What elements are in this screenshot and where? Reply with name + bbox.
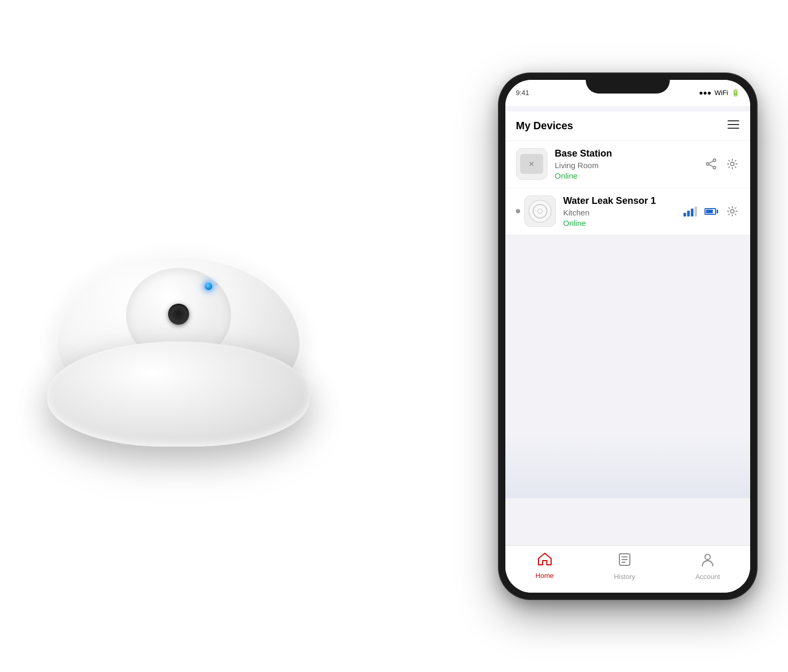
water-sensor-device-icon [528, 200, 552, 223]
content-fade [505, 435, 750, 498]
nav-item-home[interactable]: Home [535, 552, 554, 580]
battery-fill [706, 210, 713, 213]
history-icon [617, 552, 632, 571]
signal-bar-2 [687, 211, 690, 216]
hamburger-icon [727, 120, 740, 129]
gear-icon-water [727, 205, 738, 217]
nav-item-history[interactable]: History [614, 552, 635, 581]
signal-bar-4 [694, 206, 697, 216]
water-sensor-left [516, 195, 556, 227]
svg-point-0 [713, 159, 716, 162]
status-icons: ●●● WiFi 🔋 [699, 89, 740, 97]
sensor-center-hole [168, 304, 189, 325]
scene: X-SENSE 9:41 ●●● WiFi 🔋 [0, 0, 788, 672]
device-item-base-station[interactable]: Base Station Living Room Online [505, 141, 750, 188]
water-sensor-thumbnail [524, 195, 556, 227]
water-sensor-status: Online [563, 219, 676, 228]
home-icon [537, 552, 552, 570]
my-devices-title: My Devices [516, 120, 573, 132]
svg-point-4 [731, 210, 734, 213]
base-station-status: Online [555, 171, 697, 180]
sensor-body: X-SENSE [42, 226, 315, 447]
base-station-name: Base Station [555, 148, 697, 159]
account-label: Account [696, 573, 720, 581]
battery-icon [704, 204, 719, 219]
water-sensor-name: Water Leak Sensor 1 [563, 195, 676, 206]
settings-button-base[interactable] [725, 157, 740, 171]
history-icon-svg [617, 552, 632, 567]
history-label: History [614, 573, 635, 581]
home-label: Home [535, 572, 554, 580]
menu-icon[interactable] [727, 120, 740, 132]
signal-icon: ●●● [699, 89, 711, 97]
bottom-navigation: Home History [505, 545, 750, 593]
base-station-device-icon [520, 154, 543, 174]
devices-section: My Devices [505, 111, 750, 235]
sensor-led-secondary [214, 283, 217, 286]
water-sensor-inner-ring [533, 204, 547, 219]
sensor-base [47, 342, 310, 447]
wifi-icon: WiFi [714, 89, 728, 97]
phone-notch [586, 74, 670, 94]
svg-point-2 [713, 167, 716, 169]
battery-tip [717, 210, 718, 213]
share-button-base[interactable] [704, 157, 719, 171]
app-content-area: My Devices [505, 106, 750, 545]
water-sensor-center [537, 209, 543, 214]
svg-point-1 [707, 163, 709, 166]
base-station-thumbnail [516, 148, 547, 180]
physical-device: X-SENSE [16, 100, 341, 573]
account-icon [700, 552, 715, 571]
water-sensor-info: Water Leak Sensor 1 Kitchen Online [563, 195, 676, 228]
signal-bar-3 [691, 209, 693, 216]
status-time: 9:41 [516, 89, 529, 97]
nav-item-account[interactable]: Account [696, 552, 720, 581]
battery-indicator [704, 208, 718, 215]
signal-bars-icon [683, 204, 698, 219]
gear-icon [727, 158, 738, 170]
settings-button-water[interactable] [725, 204, 740, 219]
water-sensor-actions [683, 204, 740, 219]
devices-header: My Devices [505, 111, 750, 141]
device-item-water-sensor[interactable]: Water Leak Sensor 1 Kitchen Online [505, 188, 750, 235]
phone-frame: 9:41 ●●● WiFi 🔋 My House ▼ [499, 74, 756, 599]
water-sensor-location: Kitchen [563, 208, 676, 217]
battery-body [704, 208, 716, 215]
share-icon [706, 158, 717, 170]
svg-point-3 [731, 162, 734, 166]
account-icon-svg [700, 552, 715, 567]
signal-strength [683, 206, 697, 216]
base-station-location: Living Room [555, 161, 697, 170]
battery-status: 🔋 [731, 89, 740, 97]
phone-screen: 9:41 ●●● WiFi 🔋 My House ▼ [505, 80, 750, 593]
svg-point-6 [705, 554, 710, 560]
home-icon-svg [537, 552, 552, 566]
sensor-led-blue [205, 283, 212, 290]
base-station-actions [704, 157, 740, 171]
base-station-info: Base Station Living Room Online [555, 148, 697, 180]
phone-container: 9:41 ●●● WiFi 🔋 My House ▼ [499, 74, 756, 599]
indicator-dot [516, 209, 520, 213]
signal-bar-1 [683, 213, 686, 216]
